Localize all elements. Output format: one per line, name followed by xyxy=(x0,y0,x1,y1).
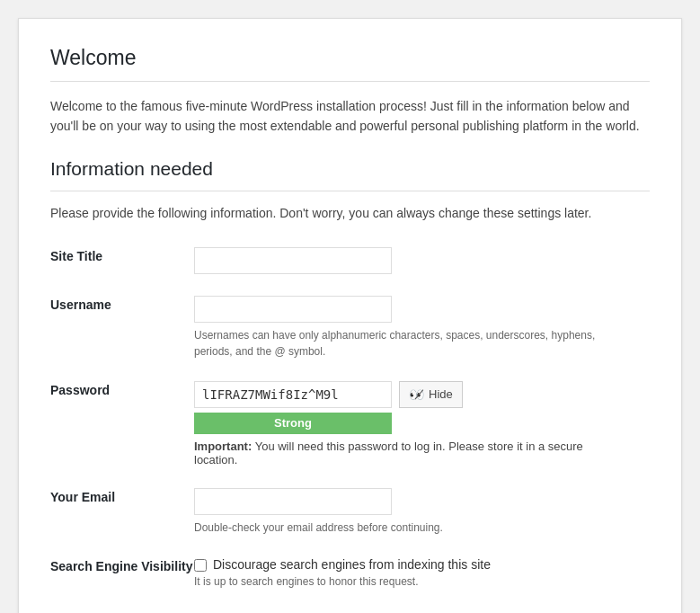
search-engine-checkbox-row: Discourage search engines from indexing … xyxy=(194,557,650,572)
site-title-row: Site Title xyxy=(50,240,650,289)
search-engine-checkbox[interactable] xyxy=(194,559,207,572)
section-divider xyxy=(50,191,650,191)
password-input-row: 👀̸ Hide xyxy=(194,381,650,408)
email-row: Your Email Double-check your email addre… xyxy=(50,481,650,550)
main-container: Welcome Welcome to the famous five-minut… xyxy=(18,18,682,613)
welcome-text: Welcome to the famous five-minute WordPr… xyxy=(50,96,650,137)
password-row: Password 👀̸ Hide Strong Important: xyxy=(50,374,650,481)
username-hint: Usernames can have only alphanumeric cha… xyxy=(194,327,625,360)
password-important: Important: You will need this password t… xyxy=(194,440,625,466)
password-cell: 👀̸ Hide Strong Important: You will need … xyxy=(194,374,650,481)
email-cell: Double-check your email address before c… xyxy=(194,481,650,550)
email-input[interactable] xyxy=(194,488,392,515)
search-engine-hint: It is up to search engines to honor this… xyxy=(194,575,650,588)
password-input[interactable] xyxy=(194,381,392,408)
search-engine-checkbox-label[interactable]: Discourage search engines from indexing … xyxy=(213,557,491,572)
hide-password-button[interactable]: 👀̸ Hide xyxy=(399,381,463,408)
email-hint: Double-check your email address before c… xyxy=(194,520,625,536)
site-title-input[interactable] xyxy=(194,247,392,274)
site-title-label: Site Title xyxy=(50,240,194,289)
search-engine-row: Search Engine Visibility Discourage sear… xyxy=(50,550,650,602)
search-engine-cell: Discourage search engines from indexing … xyxy=(194,550,650,602)
important-bold: Important: xyxy=(194,440,252,453)
password-strength-bar: Strong xyxy=(194,413,392,434)
search-engine-label: Search Engine Visibility xyxy=(50,550,194,602)
email-label: Your Email xyxy=(50,481,194,550)
page-title: Welcome xyxy=(50,46,650,70)
form-table: Site Title Username Usernames can have o… xyxy=(50,240,650,602)
section-title: Information needed xyxy=(50,158,650,180)
username-input[interactable] xyxy=(194,296,392,323)
important-detail: You will need this password to log in. P… xyxy=(194,440,583,466)
hide-label: Hide xyxy=(429,387,453,401)
username-label: Username xyxy=(50,289,194,374)
username-row: Username Usernames can have only alphanu… xyxy=(50,289,650,374)
password-label: Password xyxy=(50,374,194,481)
title-divider xyxy=(50,81,650,82)
strength-label: Strong xyxy=(274,416,312,430)
site-title-cell xyxy=(194,240,650,289)
eye-slash-icon: 👀̸ xyxy=(409,387,424,402)
info-text: Please provide the following information… xyxy=(50,206,650,220)
username-cell: Usernames can have only alphanumeric cha… xyxy=(194,289,650,374)
